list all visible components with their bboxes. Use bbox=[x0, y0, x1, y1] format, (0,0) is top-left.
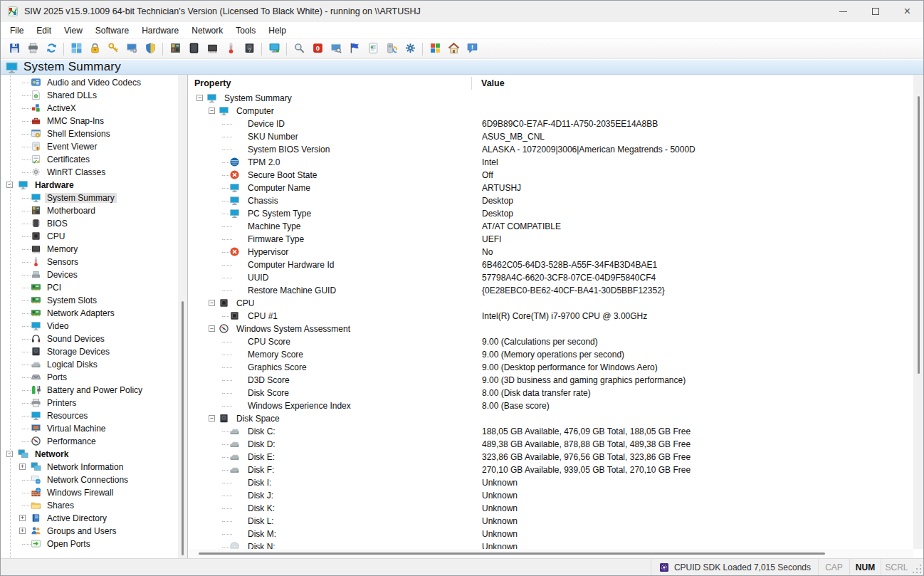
sidebar-scrollbar[interactable] bbox=[178, 75, 187, 558]
print-button[interactable] bbox=[23, 41, 42, 58]
sidebar-item-cpu[interactable]: CPU bbox=[1, 230, 178, 243]
sidebar-item-open-ports[interactable]: Open Ports bbox=[1, 538, 178, 550]
sidebar-item-network[interactable]: −Network bbox=[1, 448, 178, 461]
eureka-button[interactable] bbox=[290, 41, 308, 58]
collapse-box[interactable]: − bbox=[196, 95, 203, 101]
detail-row-memory-score[interactable]: Memory Score9.00 (Memory operations per … bbox=[188, 348, 913, 361]
sidebar-item-printers[interactable]: Printers bbox=[1, 397, 178, 409]
detail-row-disk-d[interactable]: Disk D:489,38 GB Available, 878,88 GB To… bbox=[188, 438, 913, 451]
menu-edit[interactable]: Edit bbox=[30, 23, 58, 38]
sidebar-item-logical-disks[interactable]: Logical Disks bbox=[1, 358, 178, 371]
detail-row-windows-system-assessment[interactable]: −Windows System Assessment bbox=[188, 323, 913, 335]
detail-row-chassis[interactable]: ChassisDesktop bbox=[188, 194, 913, 207]
expand-box[interactable]: + bbox=[19, 528, 26, 534]
detail-row-disk-l[interactable]: Disk L:Unknown bbox=[188, 515, 913, 528]
sidebar-scrollbar-thumb[interactable] bbox=[182, 301, 184, 555]
sidebar-item-shared-dlls[interactable]: Shared DLLs bbox=[1, 89, 178, 102]
sidebar-item-sound-devices[interactable]: Sound Devices bbox=[1, 332, 178, 345]
detail-row-tpm-2-0[interactable]: TPM 2.0Intel bbox=[188, 156, 913, 169]
detail-row-pc-system-type[interactable]: PC System TypeDesktop bbox=[188, 207, 913, 220]
sidebar-item-video[interactable]: Video bbox=[1, 320, 178, 332]
collapse-box[interactable]: − bbox=[209, 300, 215, 306]
licenses-button[interactable] bbox=[85, 41, 104, 58]
detail-row-cpu-score[interactable]: CPU Score9.00 (Calculations per second) bbox=[188, 335, 913, 348]
sidebar-item-ports[interactable]: Ports bbox=[1, 371, 178, 384]
sidebar-item-devices[interactable]: Devices bbox=[1, 268, 178, 281]
sidebar-item-winrt-classes[interactable]: WinRT Classes bbox=[1, 166, 178, 179]
sidebar-item-system-summary[interactable]: System Summary bbox=[1, 192, 178, 204]
motherboard-button[interactable] bbox=[166, 41, 184, 58]
value-column-header[interactable]: Value bbox=[481, 78, 505, 88]
maximize-button[interactable] bbox=[859, 1, 891, 22]
close-button[interactable]: × bbox=[891, 1, 923, 22]
sidebar-item-activex[interactable]: ActiveX bbox=[1, 102, 178, 115]
sidebar-item-memory[interactable]: Memory bbox=[1, 243, 178, 256]
sidebar-item-groups-and-users[interactable]: +Groups and Users bbox=[1, 525, 178, 538]
collapse-box[interactable]: − bbox=[209, 108, 215, 114]
collapse-box[interactable]: − bbox=[209, 325, 215, 332]
detail-hscroll-thumb[interactable] bbox=[199, 553, 825, 555]
sidebar-item-mmc-snap-ins[interactable]: MMC Snap-Ins bbox=[1, 115, 178, 127]
menu-tools[interactable]: Tools bbox=[229, 23, 262, 38]
sidebar-item-system-slots[interactable]: System Slots bbox=[1, 294, 178, 307]
sensors-button[interactable] bbox=[221, 41, 240, 58]
options-button[interactable] bbox=[401, 41, 419, 58]
remote-button[interactable] bbox=[327, 41, 345, 58]
storage-button[interactable]: ? bbox=[240, 41, 258, 58]
collapse-box[interactable]: − bbox=[209, 415, 215, 421]
security-button[interactable] bbox=[141, 41, 159, 58]
home-button[interactable] bbox=[444, 41, 463, 58]
sidebar-item-battery-and-power-policy[interactable]: Battery and Power Policy bbox=[1, 384, 178, 397]
feedback-button[interactable] bbox=[463, 41, 481, 58]
monitor-info-button[interactable] bbox=[184, 41, 203, 58]
detail-row-windows-experience-index[interactable]: Windows Experience Index8.00 (Base score… bbox=[188, 399, 913, 412]
detail-row-disk-space[interactable]: −Disk Space bbox=[188, 412, 913, 425]
sidebar-item-hardware[interactable]: −Hardware bbox=[1, 179, 178, 192]
sidebar-item-performance[interactable]: Performance bbox=[1, 435, 178, 448]
ping-button[interactable] bbox=[345, 41, 364, 58]
sidebar-item-pci[interactable]: PCI bbox=[1, 281, 178, 294]
sidebar-item-sensors[interactable]: Sensors bbox=[1, 256, 178, 268]
memory-button[interactable] bbox=[203, 41, 221, 58]
detail-row-computer-hardware-id[interactable]: Computer Hardware Id6B462C05-64D3-528B-A… bbox=[188, 258, 913, 271]
detail-row-cpu[interactable]: −CPU bbox=[188, 297, 913, 310]
detail-horizontal-scrollbar[interactable] bbox=[188, 549, 913, 558]
passwords-button[interactable] bbox=[104, 41, 122, 58]
sync-button[interactable] bbox=[382, 41, 401, 58]
resize-grip[interactable] bbox=[912, 559, 923, 575]
detail-row-disk-f[interactable]: Disk F:270,10 GB Available, 939,05 GB To… bbox=[188, 464, 913, 476]
sidebar-item-resources[interactable]: Resources bbox=[1, 409, 178, 422]
sidebar-item-event-viewer[interactable]: Event Viewer bbox=[1, 140, 178, 153]
detail-row-firmware-type[interactable]: Firmware TypeUEFI bbox=[188, 233, 913, 246]
software-button[interactable] bbox=[67, 41, 85, 58]
network-button[interactable] bbox=[265, 41, 283, 58]
menu-file[interactable]: File bbox=[4, 23, 30, 38]
sidebar-item-windows-firewall[interactable]: Windows Firewall bbox=[1, 486, 178, 499]
menu-software[interactable]: Software bbox=[89, 23, 135, 38]
sidebar-item-shares[interactable]: Shares bbox=[1, 499, 178, 512]
minimize-button[interactable] bbox=[827, 1, 859, 22]
sidebar-item-network-connections[interactable]: Network Connections bbox=[1, 473, 178, 486]
sidebar-item-bios[interactable]: BIOS bbox=[1, 217, 178, 230]
detail-row-hypervisor[interactable]: HypervisorNo bbox=[188, 246, 913, 258]
menu-hardware[interactable]: Hardware bbox=[135, 23, 185, 38]
detail-row-sku-number[interactable]: SKU NumberASUS_MB_CNL bbox=[188, 130, 913, 143]
menu-help[interactable]: Help bbox=[262, 23, 293, 38]
detail-row-system-summary[interactable]: −System Summary bbox=[188, 92, 913, 105]
sidebar-item-network-adapters[interactable]: Network Adapters bbox=[1, 307, 178, 320]
detail-row-system-bios-version[interactable]: System BIOS VersionALASKA - 1072009|3006… bbox=[188, 143, 913, 156]
save-button[interactable] bbox=[5, 41, 23, 58]
detail-row-cpu-1[interactable]: CPU #1Intel(R) Core(TM) i7-9700 CPU @ 3.… bbox=[188, 310, 913, 323]
report-button[interactable] bbox=[364, 41, 382, 58]
column-divider[interactable] bbox=[471, 77, 472, 90]
detail-row-disk-m[interactable]: Disk M:Unknown bbox=[188, 528, 913, 540]
detail-row-device-id[interactable]: Device ID6D9B89C0-E7AF-4D11-A750-2035EE1… bbox=[188, 117, 913, 130]
detail-row-disk-n[interactable]: Disk N:Unknown bbox=[188, 540, 913, 549]
detail-row-machine-type[interactable]: Machine TypeAT/AT COMPATIBLE bbox=[188, 220, 913, 233]
detail-row-uuid[interactable]: UUID57798A4C-6620-3CF8-07CE-04D9F5840CF4 bbox=[188, 271, 913, 284]
menu-view[interactable]: View bbox=[58, 23, 89, 38]
updates-button[interactable] bbox=[426, 41, 444, 58]
property-column-header[interactable]: Property bbox=[194, 78, 231, 88]
sidebar-item-audio-and-video-codecs[interactable]: Audio and Video Codecs bbox=[1, 76, 178, 89]
refresh-button[interactable] bbox=[42, 41, 61, 58]
